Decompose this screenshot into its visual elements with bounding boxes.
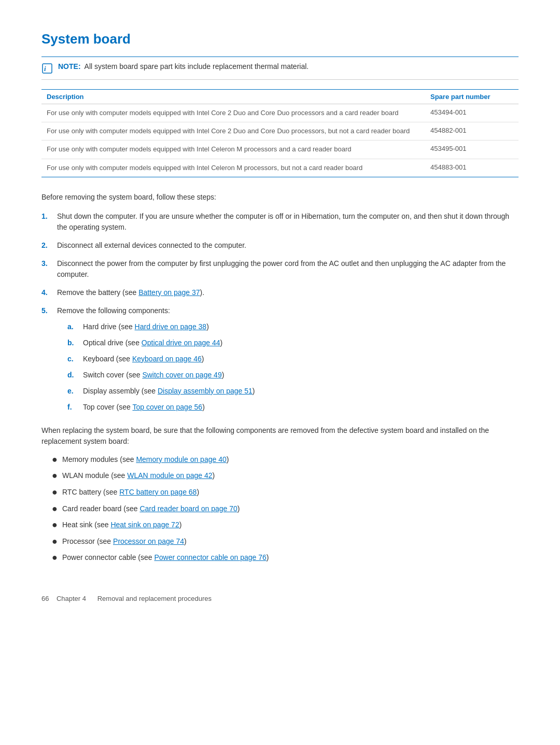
step-1-num: 1.: [41, 211, 57, 222]
sub-step-b: b. Optical drive (see Optical drive on p…: [67, 338, 519, 348]
bullet-items-list: ● Memory modules (see Memory module on p…: [52, 454, 519, 564]
rtc-text-before: RTC battery (see: [62, 488, 119, 496]
table-row: For use only with computer models equipp…: [41, 122, 519, 140]
sub-step-c: c. Keyboard (see Keyboard on page 46): [67, 354, 519, 364]
step-4-text-after: ).: [200, 288, 205, 297]
step-1-text: Shut down the computer. If you are unsur…: [57, 211, 519, 233]
row-part: 454882-001: [430, 126, 513, 134]
sub-step-a-content: Hard drive (see Hard drive on page 38): [83, 321, 519, 332]
sub-b-text-after: ): [220, 339, 223, 347]
sub-step-c-content: Keyboard (see Keyboard on page 46): [83, 354, 519, 364]
step-3-num: 3.: [41, 258, 57, 269]
bullet-item-wlan: ● WLAN module (see WLAN module on page 4…: [52, 470, 519, 482]
replacing-text: When replacing the system board, be sure…: [41, 425, 519, 447]
note-box: i NOTE: All system board spare part kits…: [41, 57, 519, 80]
col-header-description: Description: [47, 93, 430, 101]
table-header: Description Spare part number: [41, 90, 519, 104]
bullet-dot: ●: [52, 536, 62, 547]
sub-step-e: e. Display assembly (see Display assembl…: [67, 386, 519, 397]
sub-step-d-label: d.: [67, 370, 83, 381]
bullet-dot: ●: [52, 487, 62, 498]
sub-a-text-after: ): [206, 322, 209, 331]
wlan-module-link[interactable]: WLAN module on page 42: [127, 471, 212, 480]
page-title: System board: [41, 31, 519, 47]
sub-d-text-before: Switch cover (see: [83, 371, 142, 379]
bullet-item-processor: ● Processor (see Processor on page 74): [52, 536, 519, 547]
step-4-text-before: Remove the battery (see: [57, 288, 138, 297]
memory-text-before: Memory modules (see: [62, 455, 136, 463]
sub-step-f-content: Top cover (see Top cover on page 56): [83, 402, 519, 413]
sub-step-d: d. Switch cover (see Switch cover on pag…: [67, 370, 519, 381]
sub-step-e-label: e.: [67, 386, 83, 397]
svg-text:i: i: [44, 65, 46, 73]
row-part: 453494-001: [430, 108, 513, 116]
footer: 66 Chapter 4 Removal and replacement pro…: [41, 595, 519, 602]
sub-step-f: f. Top cover (see Top cover on page 56): [67, 402, 519, 413]
step-2-text: Disconnect all external devices connecte…: [57, 240, 519, 251]
step-5-num: 5.: [41, 305, 57, 316]
col-header-part-number: Spare part number: [430, 93, 513, 101]
heat-sink-text-after: ): [179, 521, 182, 529]
bullet-dot: ●: [52, 454, 62, 466]
table-row: For use only with computer models equipp…: [41, 140, 519, 159]
card-reader-text-before: Card reader board (see: [62, 504, 139, 513]
row-part: 453495-001: [430, 145, 513, 152]
row-desc: For use only with computer models equipp…: [47, 163, 430, 173]
sub-step-a: a. Hard drive (see Hard drive on page 38…: [67, 321, 519, 332]
steps-list: 1. Shut down the computer. If you are un…: [41, 211, 519, 418]
bullet-dot: ●: [52, 552, 62, 564]
step-5-text: Remove the following components:: [57, 306, 170, 315]
sub-step-f-label: f.: [67, 402, 83, 413]
sub-step-c-label: c.: [67, 354, 83, 364]
bullet-item-card-reader: ● Card reader board (see Card reader boa…: [52, 503, 519, 515]
step-2: 2. Disconnect all external devices conne…: [41, 240, 519, 251]
sub-d-text-after: ): [222, 371, 225, 379]
display-assembly-link[interactable]: Display assembly on page 51: [158, 387, 253, 395]
bullet-dot: ●: [52, 519, 62, 531]
rtc-battery-link[interactable]: RTC battery on page 68: [119, 488, 197, 496]
heat-sink-link[interactable]: Heat sink on page 72: [110, 521, 179, 529]
bullet-dot: ●: [52, 503, 62, 515]
power-connector-text-before: Power connector cable (see: [62, 553, 154, 561]
sub-f-text-before: Top cover (see: [83, 403, 132, 411]
table-row: For use only with computer models equipp…: [41, 159, 519, 177]
memory-text-after: ): [227, 455, 229, 463]
step-2-num: 2.: [41, 240, 57, 251]
sub-step-b-label: b.: [67, 338, 83, 348]
bullet-wlan-content: WLAN module (see WLAN module on page 42): [62, 470, 519, 481]
rtc-text-after: ): [197, 488, 199, 496]
bullet-item-power-connector: ● Power connector cable (see Power conne…: [52, 552, 519, 564]
row-desc: For use only with computer models equipp…: [47, 108, 430, 118]
footer-chapter: Chapter 4: [57, 595, 86, 602]
sub-steps-list: a. Hard drive (see Hard drive on page 38…: [67, 321, 519, 413]
bullet-memory-content: Memory modules (see Memory module on pag…: [62, 454, 519, 465]
card-reader-text-after: ): [237, 504, 240, 513]
step-1: 1. Shut down the computer. If you are un…: [41, 211, 519, 233]
battery-link[interactable]: Battery on page 37: [138, 288, 200, 297]
sub-f-text-after: ): [202, 403, 205, 411]
step-3: 3. Disconnect the power from the compute…: [41, 258, 519, 280]
memory-module-link[interactable]: Memory module on page 40: [136, 455, 226, 463]
bullet-heat-sink-content: Heat sink (see Heat sink on page 72): [62, 519, 519, 530]
switch-cover-link[interactable]: Switch cover on page 49: [142, 371, 221, 379]
step-4-content: Remove the battery (see Battery on page …: [57, 287, 519, 298]
wlan-text-before: WLAN module (see: [62, 471, 127, 480]
power-connector-cable-link[interactable]: Power connector cable on page 76: [154, 553, 266, 561]
sub-step-a-label: a.: [67, 321, 83, 332]
card-reader-board-link[interactable]: Card reader board on page 70: [139, 504, 237, 513]
sub-a-text-before: Hard drive (see: [83, 322, 135, 331]
note-text: NOTE: All system board spare part kits i…: [58, 62, 309, 71]
top-cover-link[interactable]: Top cover on page 56: [132, 403, 202, 411]
processor-link[interactable]: Processor on page 74: [113, 537, 184, 545]
row-desc: For use only with computer models equipp…: [47, 126, 430, 136]
sub-e-text-before: Display assembly (see: [83, 387, 158, 395]
keyboard-link[interactable]: Keyboard on page 46: [132, 355, 202, 363]
footer-page-num: 66: [41, 595, 49, 602]
sub-step-d-content: Switch cover (see Switch cover on page 4…: [83, 370, 519, 381]
sub-c-text-after: ): [202, 355, 204, 363]
hard-drive-link[interactable]: Hard drive on page 38: [135, 322, 207, 331]
power-connector-text-after: ): [267, 553, 269, 561]
optical-drive-link[interactable]: Optical drive on page 44: [142, 339, 220, 347]
sub-e-text-after: ): [253, 387, 255, 395]
footer-chapter-title: Removal and replacement procedures: [97, 595, 212, 602]
